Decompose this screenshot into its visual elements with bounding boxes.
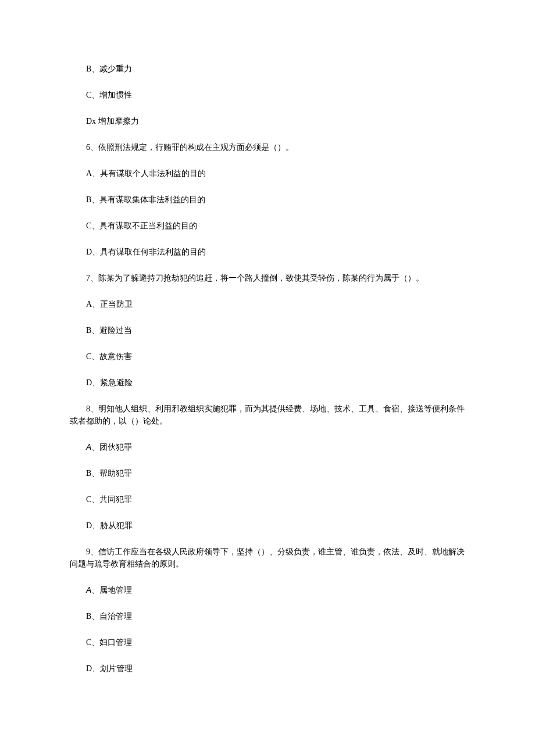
option-5C: C、增加惯性 bbox=[70, 89, 465, 101]
text: B、避险过当 bbox=[86, 326, 132, 335]
question-8: 8、明知他人组织、利用邪教组织实施犯罪，而为其提供经费、场地、技术、工具、食宿、… bbox=[70, 403, 465, 427]
option-8A: A、团伙犯罪 bbox=[70, 441, 465, 453]
text: D、划片管理 bbox=[86, 664, 133, 673]
option-6C: C、具有谋取不正当利益的目的 bbox=[70, 220, 465, 232]
text: D、胁从犯罪 bbox=[86, 521, 133, 530]
option-6A: A、具有谋取个人非法利益的目的 bbox=[70, 167, 465, 180]
option-7A: A、正当防卫 bbox=[70, 298, 465, 310]
text: B、帮助犯罪 bbox=[86, 469, 132, 478]
option-9C: C、妇口管理 bbox=[70, 636, 465, 648]
text: 6、依照刑法规定，行贿罪的构成在主观方面必须是（）。 bbox=[86, 143, 294, 152]
document-page: B、减少重力 C、增加惯性 Dx 增加摩擦力 6、依照刑法规定，行贿罪的构成在主… bbox=[0, 0, 535, 756]
option-9A: A、属地管理 bbox=[70, 584, 465, 596]
text: C、故意伤害 bbox=[86, 352, 132, 361]
prefix-A: A bbox=[86, 585, 91, 594]
prefix-A: A bbox=[86, 442, 91, 452]
option-6D: D、具有谋取任何非法利益的目的 bbox=[70, 246, 465, 258]
text: C、具有谋取不正当利益的目的 bbox=[86, 221, 197, 230]
text: A、正当防卫 bbox=[86, 300, 133, 309]
text: 8、明知他人组织、利用邪教组织实施犯罪，而为其提供经费、场地、技术、工具、食宿、… bbox=[70, 404, 465, 425]
option-5B: B、减少重力 bbox=[70, 63, 465, 75]
text: 、属地管理 bbox=[91, 586, 132, 594]
question-9: 9、信访工作应当在各级人民政府领导下，坚持（）、分级负责，谁主管、谁负责，依法、… bbox=[70, 546, 465, 570]
text: C、妇口管理 bbox=[86, 638, 132, 647]
text: B、具有谋取集体非法利益的目的 bbox=[86, 195, 205, 204]
text: D、紧急避险 bbox=[86, 378, 133, 387]
text: 9、信访工作应当在各级人民政府领导下，坚持（）、分级负责，谁主管、谁负责，依法、… bbox=[70, 547, 465, 568]
option-5D: Dx 增加摩擦力 bbox=[70, 115, 465, 127]
option-6B: B、具有谋取集体非法利益的目的 bbox=[70, 194, 465, 206]
text: C、共同犯罪 bbox=[86, 495, 132, 504]
option-8C: C、共同犯罪 bbox=[70, 493, 465, 506]
text: B、减少重力 bbox=[86, 65, 132, 73]
option-7C: C、故意伤害 bbox=[70, 350, 465, 363]
option-8B: B、帮助犯罪 bbox=[70, 467, 465, 479]
text: 、团伙犯罪 bbox=[91, 443, 132, 452]
option-9B: B、自治管理 bbox=[70, 610, 465, 622]
text: C、增加惯性 bbox=[86, 91, 132, 99]
text: D、具有谋取任何非法利益的目的 bbox=[86, 248, 206, 256]
question-7: 7、陈某为了躲避持刀抢劫犯的追赶，将一个路人撞倒，致使其受轻伤，陈某的行为属于（… bbox=[70, 272, 465, 284]
option-8D: D、胁从犯罪 bbox=[70, 519, 465, 532]
text: A、具有谋取个人非法利益的目的 bbox=[86, 169, 206, 178]
text: B、自治管理 bbox=[86, 612, 132, 621]
text: 7、陈某为了躲避持刀抢劫犯的追赶，将一个路人撞倒，致使其受轻伤，陈某的行为属于（… bbox=[86, 274, 424, 282]
text: Dx 增加摩擦力 bbox=[86, 117, 139, 126]
question-6: 6、依照刑法规定，行贿罪的构成在主观方面必须是（）。 bbox=[70, 141, 465, 153]
option-7D: D、紧急避险 bbox=[70, 377, 465, 389]
option-7B: B、避险过当 bbox=[70, 324, 465, 336]
option-9D: D、划片管理 bbox=[70, 662, 465, 675]
